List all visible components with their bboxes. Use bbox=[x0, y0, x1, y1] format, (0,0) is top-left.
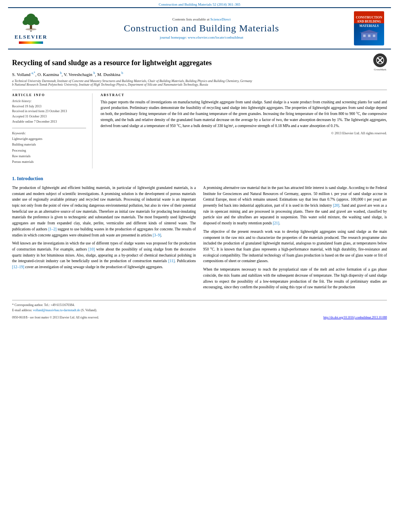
ref-3-9: [3–9] bbox=[153, 233, 161, 237]
intro-para-3: A promising alternative raw material tha… bbox=[203, 185, 387, 226]
ref-21: [21] bbox=[273, 221, 279, 225]
journal-citation: Construction and Building Materials 52 (… bbox=[159, 2, 241, 6]
affiliation-a: a Technical University Darmstadt, Instit… bbox=[12, 79, 387, 83]
top-bar: Construction and Building Materials 52 (… bbox=[0, 0, 399, 7]
svg-rect-11 bbox=[368, 35, 370, 37]
crossmark-label: CrossMark bbox=[374, 68, 386, 71]
keywords-list: Lightweight aggregates Building material… bbox=[12, 136, 86, 165]
info-divider bbox=[12, 128, 86, 128]
article-info-column: ARTICLE INFO Article history: Received 1… bbox=[12, 93, 93, 168]
article-info-abstract: ARTICLE INFO Article history: Received 1… bbox=[12, 93, 387, 168]
keyword-2: Building materials bbox=[12, 142, 86, 148]
ref-11: [11] bbox=[169, 259, 175, 263]
journal-logo-building-icon bbox=[359, 30, 379, 41]
article-container: Recycling of sand sludge as a resource f… bbox=[12, 49, 387, 323]
svg-point-8 bbox=[30, 31, 32, 32]
email-note: E-mail address: volland@massivbau.tu-dar… bbox=[12, 308, 387, 313]
article-title-area: Recycling of sand sludge as a resource f… bbox=[12, 53, 387, 71]
email-name: (S. Volland). bbox=[81, 308, 97, 312]
journal-logo-box-text: Constructionand BuildingMATERIALS bbox=[356, 16, 382, 28]
intro-col-left: The production of lightweight and effici… bbox=[12, 185, 196, 293]
journal-header: ELSEVIER Contents lists available at Sci… bbox=[8, 7, 391, 49]
keyword-5: Porous materials bbox=[12, 159, 86, 165]
section-number: 1. bbox=[12, 176, 16, 181]
email-label: E-mail address: bbox=[12, 308, 32, 312]
divider-1 bbox=[12, 90, 387, 90]
crossmark: CrossMark bbox=[373, 53, 387, 71]
intro-col-right: A promising alternative raw material tha… bbox=[203, 185, 387, 293]
journal-logo-box: Constructionand BuildingMATERIALS bbox=[354, 11, 384, 45]
journal-center: Contents lists available at ScienceDirec… bbox=[49, 17, 354, 39]
journal-title: Construction and Building Materials bbox=[49, 23, 354, 34]
abstract-column: ABSTRACT This paper reports the results … bbox=[101, 93, 387, 168]
intro-para-2: Well known are the investigations in whi… bbox=[12, 240, 196, 270]
history-label: Article history: bbox=[12, 99, 86, 103]
introduction-heading: 1. Introduction bbox=[12, 176, 387, 182]
keyword-4: Raw materials bbox=[12, 154, 86, 159]
journal-logo-right: Constructionand BuildingMATERIALS bbox=[354, 11, 386, 45]
revised-date: Received in revised form 23 October 2013 bbox=[12, 109, 86, 114]
corresponding-note: * Corresponding author. Tel.: +49 615116… bbox=[12, 303, 387, 308]
accepted-date: Accepted 31 October 2013 bbox=[12, 114, 86, 119]
elsevier-logo: ELSEVIER bbox=[13, 13, 49, 44]
svg-point-5 bbox=[27, 19, 35, 25]
footer-bottom: 0950-0618/$ - see front matter © 2013 El… bbox=[12, 316, 387, 319]
journal-homepage: journal homepage: www.elsevier.com/locat… bbox=[49, 35, 354, 39]
elsevier-tree-icon bbox=[19, 13, 43, 33]
keywords-section: Keywords: Lightweight aggregates Buildin… bbox=[12, 131, 86, 165]
authors-line: S. Volland a,*, O. Kazmina b, V. Vereshc… bbox=[12, 71, 387, 77]
received-date: Received 19 July 2013 bbox=[12, 104, 86, 109]
keyword-3: Processing bbox=[12, 148, 86, 154]
svg-rect-12 bbox=[373, 35, 375, 37]
intro-para-5: When the temperatures necessary to reach… bbox=[203, 267, 387, 290]
crossmark-icon bbox=[376, 56, 384, 64]
svg-point-7 bbox=[25, 28, 36, 30]
elsevier-text: ELSEVIER bbox=[14, 34, 47, 40]
affiliations: a Technical University Darmstadt, Instit… bbox=[12, 79, 387, 86]
keyword-1: Lightweight aggregates bbox=[12, 136, 86, 142]
abstract-copyright: © 2013 Elsevier Ltd. All rights reserved… bbox=[101, 131, 387, 135]
ref-12-19: [12–19] bbox=[12, 265, 24, 269]
footer-area: * Corresponding author. Tel.: +49 615116… bbox=[12, 300, 387, 319]
sciencedirect-link[interactable]: ScienceDirect bbox=[210, 17, 230, 21]
corresponding-text: * Corresponding author. Tel.: +49 615116… bbox=[12, 303, 75, 307]
svg-marker-13 bbox=[359, 30, 379, 33]
section-title: Introduction bbox=[17, 176, 43, 181]
sciencedirect-line: Contents lists available at ScienceDirec… bbox=[49, 17, 354, 21]
issn-line: 0950-0618/$ - see front matter © 2013 El… bbox=[12, 316, 99, 319]
affiliation-b: b National Research Tomsk Polytechnic Un… bbox=[12, 83, 387, 86]
ref-10: [10] bbox=[88, 247, 95, 251]
authors-text: S. Volland a,*, O. Kazmina b, V. Vereshc… bbox=[12, 72, 123, 77]
email-link[interactable]: volland@massivbau.tu-darmstadt.de bbox=[33, 308, 80, 312]
crossmark-circle bbox=[373, 53, 387, 67]
doi-line: http://dx.doi.org/10.1016/j.conbuildmat.… bbox=[323, 316, 387, 319]
doi-link[interactable]: http://dx.doi.org/10.1016/j.conbuildmat.… bbox=[323, 316, 387, 319]
elsevier-stripe bbox=[19, 41, 43, 44]
introduction-body: The production of lightweight and effici… bbox=[12, 185, 387, 293]
ref-20: [20] bbox=[333, 203, 339, 207]
article-history: Article history: Received 19 July 2013 R… bbox=[12, 99, 86, 125]
ref-1-2: [1–2] bbox=[48, 227, 57, 231]
article-info-label: ARTICLE INFO bbox=[12, 93, 86, 97]
intro-para-4: The objective of the present research wo… bbox=[203, 229, 387, 264]
keywords-label: Keywords: bbox=[12, 131, 86, 135]
intro-para-1: The production of lightweight and effici… bbox=[12, 185, 196, 238]
abstract-label: ABSTRACT bbox=[101, 93, 387, 97]
abstract-text: This paper reports the results of invest… bbox=[101, 99, 387, 129]
article-title: Recycling of sand sludge as a resource f… bbox=[12, 58, 212, 68]
svg-rect-10 bbox=[363, 35, 366, 37]
introduction-section: 1. Introduction The production of lightw… bbox=[12, 176, 387, 293]
online-date: Available online 7 December 2013 bbox=[12, 119, 86, 125]
